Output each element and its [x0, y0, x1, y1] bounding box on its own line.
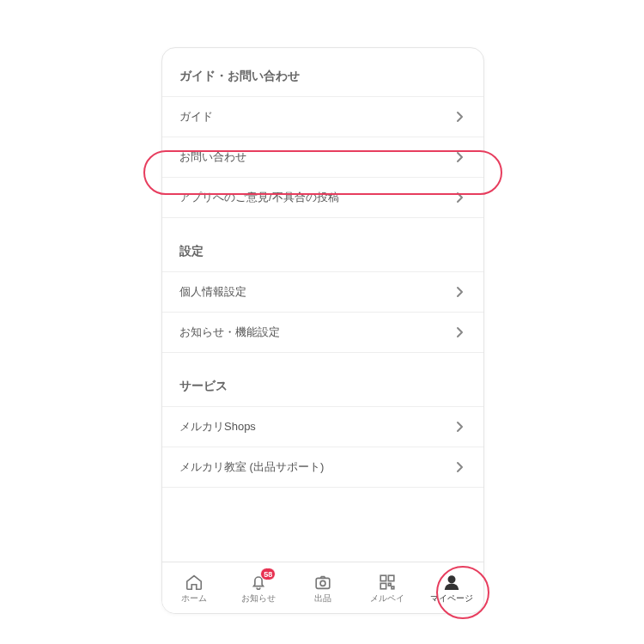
chevron-right-icon	[454, 151, 466, 163]
tab-home[interactable]: ホーム	[162, 562, 227, 613]
svg-rect-4	[380, 583, 386, 588]
tab-pay[interactable]: メルペイ	[355, 562, 419, 613]
list-item-label: ガイド	[179, 109, 213, 125]
svg-rect-5	[388, 583, 391, 586]
chevron-right-icon	[454, 461, 466, 473]
camera-icon	[309, 571, 337, 593]
svg-rect-6	[392, 586, 394, 589]
tab-label: お知らせ	[241, 593, 276, 605]
tab-label: マイページ	[430, 593, 473, 605]
list-item-personal-settings[interactable]: 個人情報設定	[162, 271, 483, 312]
tabbar: ホーム 58 お知らせ 出品 メルペイ	[162, 562, 483, 613]
chevron-right-icon	[454, 421, 466, 433]
section-service: サービス メルカリShops メルカリ教室 (出品サポート)	[162, 353, 483, 488]
list-item-label: お問い合わせ	[179, 149, 246, 165]
tab-label: メルペイ	[370, 593, 404, 605]
list-item-guide[interactable]: ガイド	[162, 96, 483, 137]
svg-rect-2	[380, 575, 386, 580]
list-item-shops[interactable]: メルカリShops	[162, 406, 483, 447]
svg-point-7	[448, 576, 454, 582]
tab-mypage[interactable]: マイページ	[419, 562, 483, 613]
list-item-feedback[interactable]: アプリへのご意見/不具合の投稿	[162, 177, 483, 218]
qr-icon	[374, 571, 401, 593]
list-item-label: 個人情報設定	[179, 284, 246, 300]
list-item-label: アプリへのご意見/不具合の投稿	[179, 190, 339, 205]
list-item-label: お知らせ・機能設定	[179, 325, 280, 340]
person-icon	[438, 571, 465, 593]
tab-label: 出品	[314, 593, 331, 605]
tab-label: ホーム	[181, 593, 207, 605]
section-guide-contact: ガイド・お問い合わせ ガイド お問い合わせ アプリへのご意見/不具合の投稿	[162, 48, 483, 218]
svg-point-1	[320, 580, 325, 586]
section-header-settings: 設定	[162, 218, 483, 271]
section-header-guide: ガイド・お問い合わせ	[162, 48, 483, 96]
list-item-contact[interactable]: お問い合わせ	[162, 137, 483, 177]
tab-sell[interactable]: 出品	[291, 562, 355, 613]
chevron-right-icon	[454, 286, 466, 298]
settings-content: ガイド・お問い合わせ ガイド お問い合わせ アプリへのご意見/不具合の投稿 設定…	[162, 48, 483, 562]
tab-notice[interactable]: 58 お知らせ	[227, 562, 291, 613]
home-icon	[180, 571, 208, 593]
list-item-notif-settings[interactable]: お知らせ・機能設定	[162, 312, 483, 353]
list-item-label: メルカリShops	[179, 419, 256, 434]
list-item-class[interactable]: メルカリ教室 (出品サポート)	[162, 447, 483, 488]
chevron-right-icon	[454, 326, 466, 338]
bell-icon: 58	[245, 571, 272, 593]
list-item-label: メルカリ教室 (出品サポート)	[179, 459, 324, 475]
phone-frame: ガイド・お問い合わせ ガイド お問い合わせ アプリへのご意見/不具合の投稿 設定…	[161, 47, 484, 614]
notification-badge: 58	[260, 568, 276, 580]
svg-rect-3	[388, 575, 393, 580]
svg-rect-0	[316, 578, 330, 588]
chevron-right-icon	[454, 191, 466, 204]
section-header-service: サービス	[162, 353, 483, 406]
chevron-right-icon	[454, 111, 466, 123]
section-settings: 設定 個人情報設定 お知らせ・機能設定	[162, 218, 483, 353]
